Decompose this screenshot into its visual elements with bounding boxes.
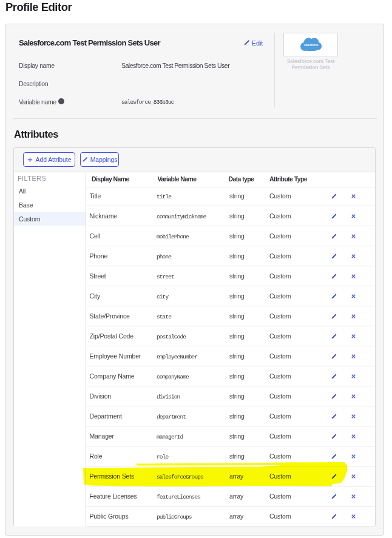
svg-text:salesforce: salesforce: [304, 44, 319, 47]
